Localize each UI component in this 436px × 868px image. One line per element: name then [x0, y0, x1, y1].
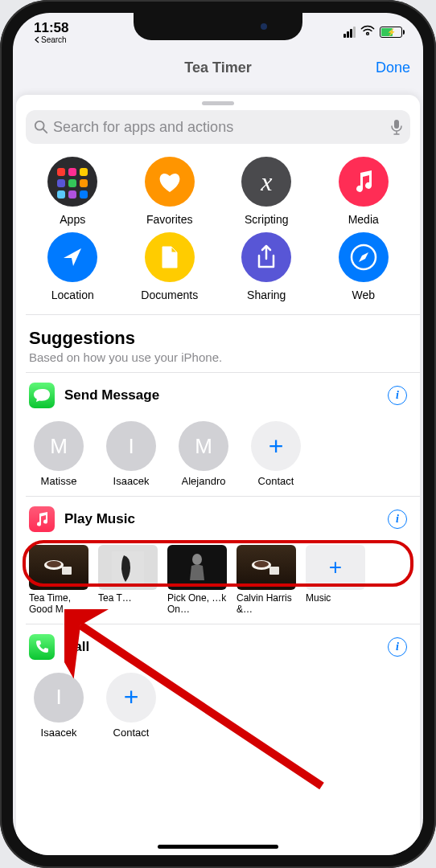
- add-music-item[interactable]: + Music: [306, 545, 365, 616]
- contact-chip[interactable]: I Isaacek: [101, 421, 161, 488]
- contact-name: Alejandro: [182, 476, 226, 488]
- done-button[interactable]: Done: [376, 59, 410, 76]
- action-title: Call: [64, 639, 378, 655]
- contact-chip[interactable]: M Alejandro: [174, 421, 233, 488]
- location-arrow-icon: [47, 232, 97, 282]
- category-label: Location: [51, 289, 94, 301]
- avatar: M: [34, 421, 84, 471]
- contact-name: Isaacek: [113, 476, 150, 488]
- add-label: Contact: [113, 727, 150, 739]
- contact-chip[interactable]: I Isaacek: [29, 673, 88, 739]
- category-scripting[interactable]: x Scripting: [220, 157, 314, 226]
- page-title: Tea Timer: [184, 59, 251, 76]
- add-contact-chip[interactable]: + Contact: [246, 421, 306, 488]
- apps-icon: [47, 157, 97, 207]
- cellular-signal-icon: [343, 27, 356, 38]
- avatar: I: [34, 673, 84, 723]
- suggestions-subtitle: Based on how you use your iPhone.: [29, 350, 407, 364]
- plus-icon: +: [106, 673, 156, 723]
- microphone-icon[interactable]: [391, 119, 402, 135]
- compass-icon: [339, 232, 389, 282]
- category-sharing[interactable]: Sharing: [220, 232, 314, 301]
- action-send-message[interactable]: Send Message i: [16, 373, 420, 418]
- album-art: [98, 545, 158, 590]
- back-label: Search: [41, 35, 67, 44]
- nav-bar: Tea Timer Done: [13, 51, 423, 78]
- category-label: Sharing: [247, 289, 286, 301]
- action-title: Play Music: [64, 511, 378, 527]
- phone-frame: 11:58 Search ⚡ Tea Timer Done: [0, 0, 436, 868]
- heart-icon: [145, 157, 195, 207]
- category-documents[interactable]: Documents: [123, 232, 217, 301]
- play-music-items: Tea Time, Good M… Tea T… Pick One, …k On…: [16, 542, 420, 624]
- music-item[interactable]: Tea Time, Good M…: [29, 545, 88, 616]
- svg-point-8: [192, 554, 202, 565]
- info-icon[interactable]: i: [388, 637, 407, 657]
- svg-rect-2: [394, 120, 399, 129]
- album-art: [237, 545, 296, 590]
- search-placeholder: Search for apps and actions: [53, 119, 233, 136]
- music-app-icon: [29, 506, 55, 532]
- messages-app-icon: [29, 383, 55, 408]
- screen: 11:58 Search ⚡ Tea Timer Done: [13, 13, 423, 855]
- scripting-icon: x: [241, 157, 291, 207]
- add-label: Contact: [258, 476, 294, 488]
- status-time: 11:58: [34, 20, 68, 36]
- avatar: I: [106, 421, 156, 471]
- action-sheet: Search for apps and actions Apps: [16, 95, 420, 855]
- svg-line-1: [43, 129, 47, 133]
- category-label: Documents: [141, 289, 198, 301]
- contact-chip[interactable]: M Matisse: [29, 421, 88, 488]
- album-art: [29, 545, 88, 590]
- music-label: Tea Time, Good M…: [29, 593, 88, 616]
- phone-app-icon: [29, 634, 55, 660]
- contact-name: Isaacek: [41, 727, 77, 739]
- avatar: M: [179, 421, 228, 471]
- plus-icon: +: [251, 421, 301, 471]
- search-input[interactable]: Search for apps and actions: [26, 110, 410, 144]
- suggestions-title: Suggestions: [29, 328, 407, 349]
- category-label: Web: [352, 289, 375, 301]
- svg-point-5: [47, 561, 61, 567]
- category-label: Favorites: [146, 213, 193, 226]
- document-icon: [145, 232, 195, 282]
- svg-rect-11: [269, 567, 279, 575]
- music-item[interactable]: Calvin Harris &…: [237, 545, 296, 616]
- contact-name: Matisse: [41, 476, 77, 488]
- music-note-icon: [339, 157, 389, 207]
- share-icon: [241, 232, 291, 282]
- svg-rect-6: [62, 567, 72, 575]
- suggestions-header: Suggestions Based on how you use your iP…: [16, 315, 420, 372]
- music-label: Pick One, …k On…: [167, 593, 227, 616]
- search-icon: [34, 120, 48, 134]
- sheet-grabber[interactable]: [202, 101, 234, 105]
- info-icon[interactable]: i: [388, 386, 407, 405]
- category-label: Scripting: [245, 213, 288, 226]
- home-indicator[interactable]: [158, 845, 278, 849]
- category-label: Apps: [60, 213, 85, 226]
- add-contact-chip[interactable]: + Contact: [101, 673, 161, 739]
- category-label: Media: [348, 213, 379, 226]
- music-label: Calvin Harris &…: [237, 593, 296, 616]
- music-item[interactable]: Tea T…: [98, 545, 158, 616]
- categories-grid: Apps Favorites x Scripting Media: [16, 154, 420, 314]
- category-favorites[interactable]: Favorites: [123, 157, 217, 226]
- action-call[interactable]: Call i: [16, 624, 420, 669]
- notch: [134, 13, 302, 40]
- category-location[interactable]: Location: [26, 232, 120, 301]
- music-item[interactable]: Pick One, …k On…: [167, 545, 227, 616]
- info-icon[interactable]: i: [388, 510, 407, 529]
- category-web[interactable]: Web: [317, 232, 411, 301]
- add-label: Music: [306, 593, 365, 604]
- music-label: Tea T…: [98, 593, 158, 604]
- category-apps[interactable]: Apps: [26, 157, 120, 226]
- battery-icon: ⚡: [380, 27, 402, 38]
- action-title: Send Message: [64, 387, 378, 403]
- back-to-search[interactable]: Search: [34, 35, 68, 44]
- category-media[interactable]: Media: [317, 157, 411, 226]
- send-message-contacts: M Matisse I Isaacek M Alejandro + Contac…: [16, 418, 420, 496]
- svg-point-10: [254, 561, 269, 567]
- action-play-music[interactable]: Play Music i: [16, 497, 420, 542]
- svg-point-0: [35, 121, 44, 130]
- album-art: [167, 545, 227, 590]
